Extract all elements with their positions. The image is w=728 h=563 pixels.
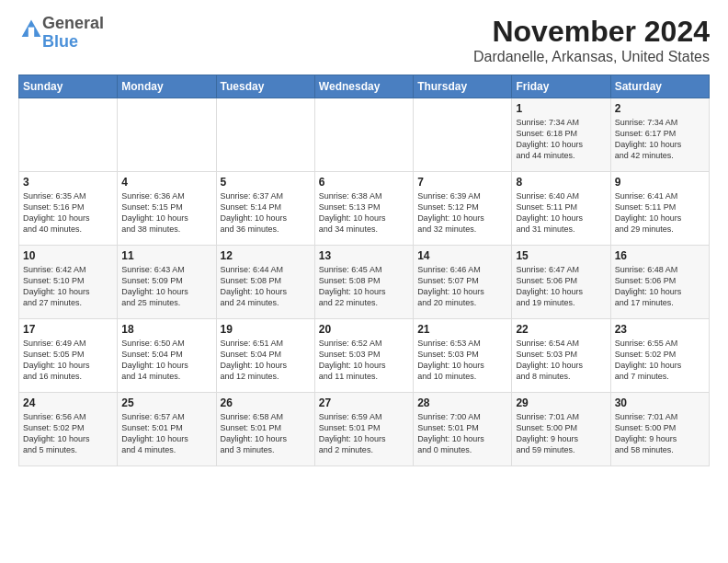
day-info: Sunrise: 7:34 AM Sunset: 6:18 PM Dayligh… (516, 117, 606, 162)
logo-icon (20, 18, 42, 40)
logo: General Blue (18, 15, 104, 52)
day-cell: 6Sunrise: 6:38 AM Sunset: 5:13 PM Daylig… (314, 172, 413, 246)
day-number: 23 (615, 323, 705, 336)
day-cell: 29Sunrise: 7:01 AM Sunset: 5:00 PM Dayli… (512, 393, 610, 466)
day-info: Sunrise: 6:38 AM Sunset: 5:13 PM Dayligh… (319, 190, 409, 236)
day-info: Sunrise: 6:37 AM Sunset: 5:14 PM Dayligh… (221, 190, 311, 236)
day-info: Sunrise: 6:59 AM Sunset: 5:01 PM Dayligh… (319, 411, 409, 456)
day-info: Sunrise: 6:51 AM Sunset: 5:04 PM Dayligh… (221, 338, 311, 383)
day-cell (19, 98, 118, 172)
day-info: Sunrise: 6:52 AM Sunset: 5:03 PM Dayligh… (319, 338, 409, 383)
day-info: Sunrise: 7:00 AM Sunset: 5:01 PM Dayligh… (417, 411, 507, 456)
day-cell: 16Sunrise: 6:48 AM Sunset: 5:06 PM Dayli… (610, 246, 709, 319)
day-cell: 14Sunrise: 6:46 AM Sunset: 5:07 PM Dayli… (414, 246, 512, 319)
week-row-5: 24Sunrise: 6:56 AM Sunset: 5:02 PM Dayli… (19, 393, 710, 466)
day-cell: 11Sunrise: 6:43 AM Sunset: 5:09 PM Dayli… (118, 246, 216, 319)
day-number: 29 (516, 396, 606, 409)
day-cell: 4Sunrise: 6:36 AM Sunset: 5:15 PM Daylig… (118, 172, 216, 246)
day-info: Sunrise: 7:01 AM Sunset: 5:00 PM Dayligh… (615, 411, 705, 456)
column-header-tuesday: Tuesday (216, 75, 314, 98)
column-header-wednesday: Wednesday (314, 75, 413, 98)
day-number: 2 (615, 102, 705, 115)
day-info: Sunrise: 6:46 AM Sunset: 5:07 PM Dayligh… (417, 264, 507, 309)
day-number: 11 (121, 249, 211, 262)
day-cell: 2Sunrise: 7:34 AM Sunset: 6:17 PM Daylig… (610, 98, 709, 172)
day-number: 10 (23, 249, 113, 262)
day-info: Sunrise: 6:45 AM Sunset: 5:08 PM Dayligh… (319, 264, 409, 309)
column-header-monday: Monday (118, 75, 216, 98)
day-info: Sunrise: 6:40 AM Sunset: 5:11 PM Dayligh… (516, 190, 606, 236)
location: Dardanelle, Arkansas, United States (473, 49, 710, 65)
day-cell: 23Sunrise: 6:55 AM Sunset: 5:02 PM Dayli… (610, 319, 709, 393)
column-header-saturday: Saturday (610, 75, 709, 98)
day-info: Sunrise: 6:50 AM Sunset: 5:04 PM Dayligh… (121, 338, 211, 383)
day-cell: 8Sunrise: 6:40 AM Sunset: 5:11 PM Daylig… (512, 172, 610, 246)
calendar-table: SundayMondayTuesdayWednesdayThursdayFrid… (18, 75, 710, 466)
logo-text: General Blue (42, 15, 104, 52)
day-number: 6 (319, 176, 409, 189)
svg-rect-1 (28, 27, 34, 36)
logo-blue: Blue (42, 32, 78, 51)
week-row-1: 1Sunrise: 7:34 AM Sunset: 6:18 PM Daylig… (19, 98, 710, 172)
day-info: Sunrise: 6:53 AM Sunset: 5:03 PM Dayligh… (417, 338, 507, 383)
day-info: Sunrise: 6:39 AM Sunset: 5:12 PM Dayligh… (417, 190, 507, 236)
day-cell: 18Sunrise: 6:50 AM Sunset: 5:04 PM Dayli… (118, 319, 216, 393)
day-number: 28 (417, 396, 507, 409)
day-number: 13 (319, 249, 409, 262)
day-cell: 13Sunrise: 6:45 AM Sunset: 5:08 PM Dayli… (314, 246, 413, 319)
day-number: 15 (516, 249, 606, 262)
day-info: Sunrise: 7:01 AM Sunset: 5:00 PM Dayligh… (516, 411, 606, 456)
day-number: 17 (23, 323, 113, 336)
day-number: 8 (516, 176, 606, 189)
day-info: Sunrise: 6:44 AM Sunset: 5:08 PM Dayligh… (221, 264, 311, 309)
day-number: 9 (615, 176, 705, 189)
title-block: November 2024 Dardanelle, Arkansas, Unit… (473, 15, 710, 65)
day-info: Sunrise: 6:57 AM Sunset: 5:01 PM Dayligh… (121, 411, 211, 456)
day-info: Sunrise: 6:56 AM Sunset: 5:02 PM Dayligh… (23, 411, 113, 456)
day-cell: 26Sunrise: 6:58 AM Sunset: 5:01 PM Dayli… (216, 393, 314, 466)
day-cell: 17Sunrise: 6:49 AM Sunset: 5:05 PM Dayli… (19, 319, 118, 393)
logo-general: General (42, 14, 104, 32)
day-cell: 22Sunrise: 6:54 AM Sunset: 5:03 PM Dayli… (512, 319, 610, 393)
day-number: 21 (417, 323, 507, 336)
month-title: November 2024 (473, 15, 710, 49)
day-cell: 30Sunrise: 7:01 AM Sunset: 5:00 PM Dayli… (610, 393, 709, 466)
day-number: 26 (221, 396, 311, 409)
day-number: 18 (121, 323, 211, 336)
day-number: 25 (121, 396, 211, 409)
day-cell: 5Sunrise: 6:37 AM Sunset: 5:14 PM Daylig… (216, 172, 314, 246)
week-row-4: 17Sunrise: 6:49 AM Sunset: 5:05 PM Dayli… (19, 319, 710, 393)
day-cell: 27Sunrise: 6:59 AM Sunset: 5:01 PM Dayli… (314, 393, 413, 466)
column-header-sunday: Sunday (19, 75, 118, 98)
header: General Blue November 2024 Dardanelle, A… (18, 15, 710, 65)
day-info: Sunrise: 6:58 AM Sunset: 5:01 PM Dayligh… (221, 411, 311, 456)
day-cell: 12Sunrise: 6:44 AM Sunset: 5:08 PM Dayli… (216, 246, 314, 319)
day-info: Sunrise: 6:49 AM Sunset: 5:05 PM Dayligh… (23, 338, 113, 383)
day-cell: 3Sunrise: 6:35 AM Sunset: 5:16 PM Daylig… (19, 172, 118, 246)
week-row-2: 3Sunrise: 6:35 AM Sunset: 5:16 PM Daylig… (19, 172, 710, 246)
day-cell (216, 98, 314, 172)
day-number: 14 (417, 249, 507, 262)
day-cell (414, 98, 512, 172)
day-info: Sunrise: 6:42 AM Sunset: 5:10 PM Dayligh… (23, 264, 113, 309)
day-cell: 7Sunrise: 6:39 AM Sunset: 5:12 PM Daylig… (414, 172, 512, 246)
day-cell: 24Sunrise: 6:56 AM Sunset: 5:02 PM Dayli… (19, 393, 118, 466)
day-cell: 28Sunrise: 7:00 AM Sunset: 5:01 PM Dayli… (414, 393, 512, 466)
day-info: Sunrise: 6:41 AM Sunset: 5:11 PM Dayligh… (615, 190, 705, 236)
day-number: 3 (23, 176, 113, 189)
day-cell: 15Sunrise: 6:47 AM Sunset: 5:06 PM Dayli… (512, 246, 610, 319)
column-header-thursday: Thursday (414, 75, 512, 98)
day-number: 5 (221, 176, 311, 189)
day-number: 7 (417, 176, 507, 189)
day-cell: 10Sunrise: 6:42 AM Sunset: 5:10 PM Dayli… (19, 246, 118, 319)
day-info: Sunrise: 6:36 AM Sunset: 5:15 PM Dayligh… (121, 190, 211, 236)
day-number: 1 (516, 102, 606, 115)
day-number: 24 (23, 396, 113, 409)
day-cell (118, 98, 216, 172)
page-container: General Blue November 2024 Dardanelle, A… (0, 0, 728, 476)
day-cell: 1Sunrise: 7:34 AM Sunset: 6:18 PM Daylig… (512, 98, 610, 172)
day-info: Sunrise: 6:35 AM Sunset: 5:16 PM Dayligh… (23, 190, 113, 236)
day-number: 22 (516, 323, 606, 336)
day-cell: 25Sunrise: 6:57 AM Sunset: 5:01 PM Dayli… (118, 393, 216, 466)
day-number: 4 (121, 176, 211, 189)
